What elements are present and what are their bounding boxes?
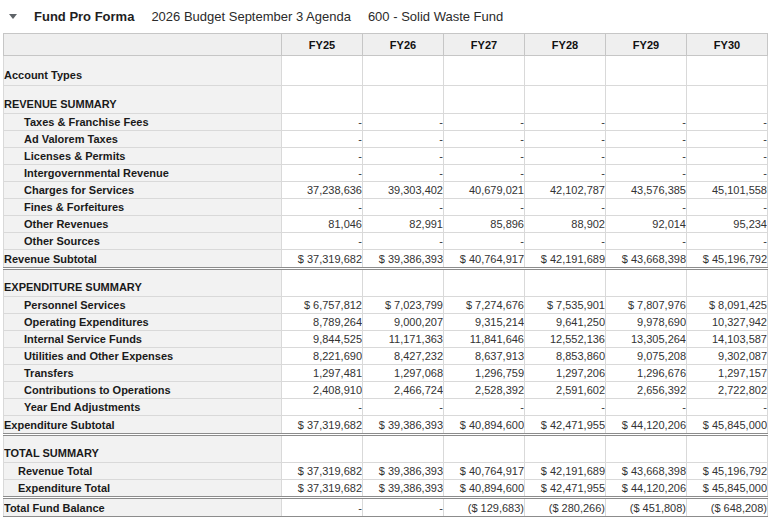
cell-fy30: - [687,114,768,131]
cell-fy27: $ 7,274,676 [444,297,525,314]
cell-fy25: - [282,131,363,148]
cell-fy27: 40,679,021 [444,182,525,199]
cell-fy26 [363,435,444,463]
cell-fy25: $ 37,319,682 [282,416,363,435]
cell-fy29: - [606,233,687,250]
row-label: Licenses & Permits [4,148,282,165]
cell-fy27: 1,296,759 [444,365,525,382]
row-label: Expenditure Total [4,480,282,498]
cell-fy26: 9,000,207 [363,314,444,331]
cell-fy29: - [606,199,687,216]
cell-fy30: 95,234 [687,216,768,233]
column-header-fy28: FY28 [525,34,606,56]
cell-fy29: $ 43,668,398 [606,250,687,269]
cell-fy30: 14,103,587 [687,331,768,348]
cell-fy28: 12,552,136 [525,331,606,348]
cell-fy28: 8,853,860 [525,348,606,365]
cell-fy25: 1,297,481 [282,365,363,382]
cell-fy29: - [606,131,687,148]
page-title: Fund Pro Forma [34,9,134,24]
cell-fy25: 37,238,636 [282,182,363,199]
row-label: Ad Valorem Taxes [4,131,282,148]
cell-fy30: 2,722,802 [687,382,768,399]
cell-fy29: - [606,114,687,131]
cell-fy30: - [687,399,768,416]
cell-fy25: 9,844,525 [282,331,363,348]
cell-fy26: - [363,199,444,216]
cell-fy28: - [525,233,606,250]
cell-fy27 [444,435,525,463]
cell-fy30: 1,297,157 [687,365,768,382]
cell-fy25: 8,221,690 [282,348,363,365]
cell-fy30: - [687,165,768,182]
table-row: Licenses & Permits------ [4,148,768,165]
cell-fy27: $ 40,894,600 [444,480,525,498]
cell-fy26: $ 7,023,799 [363,297,444,314]
cell-fy29: 13,305,264 [606,331,687,348]
cell-fy26: $ 39,386,393 [363,416,444,435]
cell-fy30: ($ 648,208) [687,498,768,517]
cell-fy30: 9,302,087 [687,348,768,365]
row-label: Contributions to Operations [4,382,282,399]
cell-fy30: 10,327,942 [687,314,768,331]
cell-fy28 [525,56,606,86]
table-row: Transfers1,297,4811,297,0681,296,7591,29… [4,365,768,382]
cell-fy28: - [525,131,606,148]
cell-fy27: 85,896 [444,216,525,233]
cell-fy28: - [525,148,606,165]
cell-fy30: $ 8,091,425 [687,297,768,314]
cell-fy25: 81,046 [282,216,363,233]
table-row: EXPENDITURE SUMMARY [4,269,768,297]
budget-name: 2026 Budget September 3 Agenda [151,9,351,24]
cell-fy26 [363,86,444,114]
cell-fy27: 9,315,214 [444,314,525,331]
cell-fy26: 82,991 [363,216,444,233]
cell-fy26: 11,171,363 [363,331,444,348]
table-row: TOTAL SUMMARY [4,435,768,463]
cell-fy30 [687,56,768,86]
table-row: Internal Service Funds9,844,52511,171,36… [4,331,768,348]
cell-fy26: $ 39,386,393 [363,480,444,498]
table-row: Expenditure Total$ 37,319,682$ 39,386,39… [4,480,768,498]
cell-fy26: 1,297,068 [363,365,444,382]
column-header-fy30: FY30 [687,34,768,56]
row-label: REVENUE SUMMARY [4,86,282,114]
table-row: Year End Adjustments------ [4,399,768,416]
row-label: Account Types [4,56,282,86]
cell-fy28: $ 42,471,955 [525,480,606,498]
cell-fy28: $ 42,471,955 [525,416,606,435]
table-row: Expenditure Subtotal$ 37,319,682$ 39,386… [4,416,768,435]
row-label: Total Fund Balance [4,498,282,517]
cell-fy27: $ 40,894,600 [444,416,525,435]
table-row: Other Revenues81,04682,99185,89688,90292… [4,216,768,233]
cell-fy27 [444,56,525,86]
cell-fy27: $ 40,764,917 [444,463,525,480]
cell-fy27: - [444,199,525,216]
cell-fy29: $ 7,807,976 [606,297,687,314]
row-label: Expenditure Subtotal [4,416,282,435]
table-row: Other Sources------ [4,233,768,250]
cell-fy29: 43,576,385 [606,182,687,199]
caret-down-icon[interactable] [9,14,17,19]
cell-fy29: $ 43,668,398 [606,463,687,480]
cell-fy26: - [363,233,444,250]
cell-fy25 [282,269,363,297]
cell-fy27: - [444,233,525,250]
table-row: Utilities and Other Expenses8,221,6908,4… [4,348,768,365]
row-label: Intergovernmental Revenue [4,165,282,182]
cell-fy28 [525,86,606,114]
cell-fy30: $ 45,196,792 [687,463,768,480]
cell-fy27: - [444,399,525,416]
cell-fy30 [687,86,768,114]
cell-fy29: 9,978,690 [606,314,687,331]
fund-name: 600 - Solid Waste Fund [368,9,503,24]
table-row: Operating Expenditures8,789,2649,000,207… [4,314,768,331]
cell-fy27 [444,86,525,114]
cell-fy27: $ 40,764,917 [444,250,525,269]
cell-fy28: $ 7,535,901 [525,297,606,314]
cell-fy25: $ 37,319,682 [282,480,363,498]
cell-fy30: $ 45,196,792 [687,250,768,269]
pro-forma-table: FY25FY26FY27FY28FY29FY30 Account TypesRE… [3,33,768,517]
cell-fy29: - [606,148,687,165]
cell-fy28: 1,297,206 [525,365,606,382]
